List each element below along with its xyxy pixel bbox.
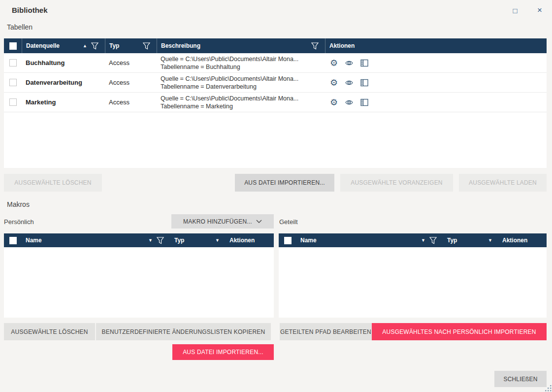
personal-macros-header: Name ▼ Typ ▼ Aktionen — [4, 233, 274, 247]
table-row[interactable]: Buchhaltung Access Quelle = C:\Users\Pub… — [4, 53, 547, 73]
shared-macros-table: Name ▼ Typ ▼ Aktionen — [279, 233, 547, 318]
close-icon[interactable]: × — [534, 5, 545, 16]
personal-macros-body — [4, 247, 274, 318]
table-row[interactable]: Marketing Access Quelle = C:\Users\Publi… — [4, 93, 547, 112]
preview-eye-icon[interactable] — [344, 58, 354, 68]
copy-change-lists-button[interactable]: BENUTZERDEFINIERTE ÄNDERUNGSLISTEN KOPIE… — [96, 323, 271, 340]
import-macro-from-file-button[interactable]: AUS DATEI IMPORTIEREN... — [172, 344, 274, 360]
dialog-title: Bibliothek — [12, 6, 48, 14]
row-typ: Access — [105, 59, 157, 66]
column-label: Datenquelle — [26, 42, 60, 49]
resize-grip-icon[interactable] — [545, 385, 552, 392]
row-checkbox[interactable] — [9, 79, 17, 86]
load-table-icon[interactable] — [359, 78, 369, 88]
column-label: Name — [300, 237, 317, 244]
row-datenquelle: Buchhaltung — [22, 59, 105, 66]
shared-macros-body — [279, 247, 547, 318]
checkbox-icon — [9, 237, 17, 244]
checkbox-icon — [9, 42, 17, 50]
checkbox-icon — [284, 237, 292, 244]
select-all-checkbox[interactable] — [4, 237, 22, 244]
row-beschreibung: Quelle = C:\Users\Public\Documents\Altai… — [157, 75, 325, 91]
column-header-beschreibung[interactable]: Beschreibung — [157, 38, 325, 53]
settings-gear-icon[interactable]: ⚙ — [329, 58, 339, 68]
row-datenquelle: Datenverarbeitung — [22, 79, 105, 86]
column-label: Name — [26, 237, 42, 244]
add-macro-label: MAKRO HINZUFÜGEN... — [183, 218, 252, 225]
preview-eye-icon[interactable] — [344, 78, 354, 88]
tables-section-label: Tabellen — [7, 23, 32, 31]
filter-icon[interactable] — [311, 42, 319, 50]
add-macro-button[interactable]: MAKRO HINZUFÜGEN... — [171, 214, 274, 229]
filter-icon[interactable] — [157, 237, 164, 244]
window-controls: □ × — [510, 5, 545, 16]
import-table-from-file-button[interactable]: AUS DATEI IMPORTIEREN... — [235, 174, 334, 192]
shared-macros-header: Name ▼ Typ ▼ Aktionen — [279, 233, 547, 247]
personal-label: Persönlich — [4, 218, 34, 226]
load-table-icon[interactable] — [359, 58, 369, 68]
row-beschreibung: Quelle = C:\Users\Public\Documents\Altai… — [157, 55, 325, 71]
close-button[interactable]: SCHLIEßEN — [494, 371, 547, 387]
column-label: Aktionen — [502, 237, 527, 244]
column-header-typ[interactable]: Typ — [105, 38, 157, 53]
column-header-aktionen: Aktionen — [226, 237, 274, 244]
column-header-name[interactable]: Name ▼ — [296, 237, 443, 244]
column-label: Typ — [447, 237, 457, 244]
sort-asc-icon: ▲ — [83, 43, 87, 48]
preview-eye-icon[interactable] — [344, 98, 354, 107]
preview-selected-button[interactable]: AUSGEWÄHLTE VORANZEIGEN — [340, 174, 453, 192]
tables-grid-header: Datenquelle ▲ Typ Beschreibung Aktionen — [4, 38, 547, 53]
filter-icon[interactable] — [143, 42, 151, 50]
load-table-icon[interactable] — [359, 98, 369, 107]
maximize-icon[interactable]: □ — [510, 5, 520, 16]
filter-icon[interactable] — [429, 237, 437, 244]
row-beschreibung: Quelle = C:\Users\Public\Documents\Altai… — [157, 95, 325, 110]
select-all-checkbox[interactable] — [279, 237, 296, 244]
personal-macros-table: Name ▼ Typ ▼ Aktionen — [4, 233, 274, 318]
tables-grid: Datenquelle ▲ Typ Beschreibung Aktionen … — [4, 38, 547, 168]
table-row[interactable]: Datenverarbeitung Access Quelle = C:\Use… — [4, 73, 547, 93]
delete-selected-tables-button[interactable]: AUSGEWÄHLTE LÖSCHEN — [4, 174, 102, 192]
select-all-checkbox[interactable] — [4, 38, 22, 53]
library-dialog: Bibliothek □ × Tabellen Datenquelle ▲ Ty… — [0, 0, 552, 392]
edit-shared-path-button[interactable]: GETEILTEN PFAD BEARBEITEN — [280, 323, 372, 340]
load-selected-button[interactable]: AUSGEWÄHLTE LADEN — [459, 174, 547, 192]
filter-icon[interactable] — [91, 42, 99, 50]
sort-desc-icon: ▼ — [148, 238, 153, 243]
sort-desc-icon: ▼ — [421, 238, 425, 243]
makros-section-label: Makros — [7, 200, 30, 208]
settings-gear-icon[interactable]: ⚙ — [329, 98, 339, 107]
import-selected-to-personal-button[interactable]: AUSGEWÄHLTES NACH PERSÖNLICH IMPORTIEREN — [372, 323, 547, 340]
sort-desc-icon: ▼ — [488, 238, 492, 243]
row-typ: Access — [105, 79, 157, 86]
row-checkbox[interactable] — [9, 98, 17, 106]
column-label: Typ — [174, 237, 184, 244]
column-header-aktionen: Aktionen — [498, 237, 547, 244]
chevron-down-icon — [256, 219, 262, 224]
shared-label: Geteilt — [279, 218, 298, 226]
column-label: Aktionen — [229, 237, 255, 244]
column-label: Typ — [109, 42, 119, 49]
column-header-datenquelle[interactable]: Datenquelle ▲ — [22, 38, 105, 53]
row-typ: Access — [105, 98, 157, 106]
column-header-aktionen: Aktionen — [325, 38, 547, 53]
column-header-typ[interactable]: Typ ▼ — [170, 237, 226, 244]
settings-gear-icon[interactable]: ⚙ — [329, 78, 339, 88]
row-datenquelle: Marketing — [22, 98, 105, 106]
column-header-name[interactable]: Name ▼ — [22, 237, 170, 244]
column-header-typ[interactable]: Typ ▼ — [443, 237, 498, 244]
row-checkbox[interactable] — [9, 59, 17, 66]
delete-selected-macros-button[interactable]: AUSGEWÄHLTE LÖSCHEN — [4, 323, 95, 340]
column-label: Aktionen — [329, 42, 355, 49]
column-label: Beschreibung — [161, 42, 200, 49]
sort-desc-icon: ▼ — [215, 238, 220, 243]
